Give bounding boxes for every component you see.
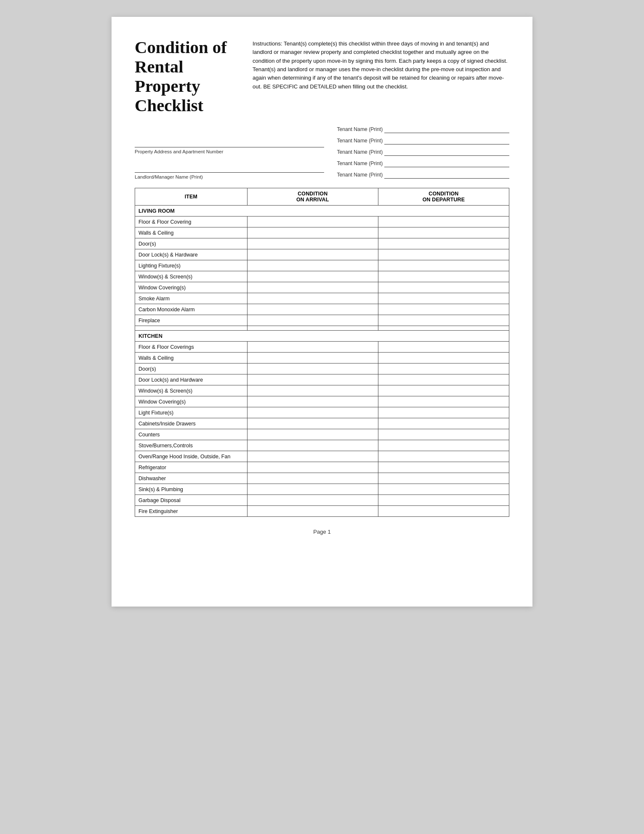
item-name: Window(s) & Screen(s) bbox=[135, 385, 247, 396]
condition-arrival[interactable] bbox=[247, 282, 378, 293]
table-row: Floor & Floor Covering bbox=[135, 217, 509, 227]
condition-departure[interactable] bbox=[378, 342, 509, 353]
condition-departure[interactable] bbox=[378, 429, 509, 440]
condition-departure[interactable] bbox=[378, 484, 509, 495]
condition-departure[interactable] bbox=[378, 451, 509, 462]
condition-arrival[interactable] bbox=[247, 364, 378, 374]
condition-arrival[interactable] bbox=[247, 418, 378, 429]
condition-departure[interactable] bbox=[378, 353, 509, 364]
condition-arrival[interactable] bbox=[247, 293, 378, 304]
condition-departure[interactable] bbox=[378, 506, 509, 517]
property-address-label: Property Address and Apartment Number bbox=[135, 149, 324, 154]
table-row: Walls & Ceiling bbox=[135, 227, 509, 238]
table-row: Door(s) bbox=[135, 238, 509, 249]
condition-departure[interactable] bbox=[378, 217, 509, 227]
condition-departure[interactable] bbox=[378, 293, 509, 304]
table-row: Smoke Alarm bbox=[135, 293, 509, 304]
condition-arrival[interactable] bbox=[247, 495, 378, 506]
table-row: Refrigerator bbox=[135, 462, 509, 473]
condition-arrival[interactable] bbox=[247, 260, 378, 271]
condition-arrival[interactable] bbox=[247, 249, 378, 260]
item-name: Cabinets/Inside Drawers bbox=[135, 418, 247, 429]
section-name-1: KITCHEN bbox=[135, 331, 509, 342]
condition-arrival[interactable] bbox=[247, 407, 378, 418]
item-name: Door(s) bbox=[135, 364, 247, 374]
item-name: Walls & Ceiling bbox=[135, 353, 247, 364]
condition-arrival[interactable] bbox=[247, 353, 378, 364]
condition-arrival[interactable] bbox=[247, 385, 378, 396]
condition-departure[interactable] bbox=[378, 282, 509, 293]
tenant-label-4: Tenant Name (Print) bbox=[337, 160, 383, 166]
col-item-header: ITEM bbox=[135, 188, 247, 206]
condition-arrival[interactable] bbox=[247, 342, 378, 353]
condition-arrival[interactable] bbox=[247, 304, 378, 315]
col-departure-header: CONDITION ON DEPARTURE bbox=[378, 188, 509, 206]
condition-arrival[interactable] bbox=[247, 429, 378, 440]
condition-departure[interactable] bbox=[378, 260, 509, 271]
condition-departure[interactable] bbox=[378, 418, 509, 429]
instructions-text: Instructions: Tenant(s) complete(s) this… bbox=[253, 40, 509, 91]
condition-arrival[interactable] bbox=[247, 451, 378, 462]
condition-arrival[interactable] bbox=[247, 227, 378, 238]
condition-arrival[interactable] bbox=[247, 506, 378, 517]
condition-arrival[interactable] bbox=[247, 440, 378, 451]
condition-arrival[interactable] bbox=[247, 238, 378, 249]
table-row: Garbage Disposal bbox=[135, 495, 509, 506]
header-section: Condition of Rental Property Checklist I… bbox=[135, 38, 509, 115]
item-name: Floor & Floor Covering bbox=[135, 217, 247, 227]
condition-departure[interactable] bbox=[378, 364, 509, 374]
tenant-field-1: Tenant Name (Print) bbox=[337, 126, 509, 133]
condition-departure[interactable] bbox=[378, 227, 509, 238]
item-name: Sink(s) & Plumbing bbox=[135, 484, 247, 495]
item-name: Fireplace bbox=[135, 315, 247, 326]
right-fields: Tenant Name (Print) Tenant Name (Print) … bbox=[337, 126, 509, 179]
item-name: Door Lock(s) and Hardware bbox=[135, 374, 247, 385]
section-name-0: LIVING ROOM bbox=[135, 206, 509, 217]
condition-departure[interactable] bbox=[378, 271, 509, 282]
condition-departure[interactable] bbox=[378, 304, 509, 315]
condition-arrival[interactable] bbox=[247, 462, 378, 473]
condition-departure[interactable] bbox=[378, 374, 509, 385]
property-address-field: Property Address and Apartment Number bbox=[135, 140, 324, 154]
condition-arrival[interactable] bbox=[247, 217, 378, 227]
checklist-table: ITEM CONDITION ON ARRIVAL CONDITION ON D… bbox=[135, 188, 509, 517]
condition-departure[interactable] bbox=[378, 249, 509, 260]
item-name: Carbon Monoxide Alarm bbox=[135, 304, 247, 315]
table-row: Window(s) & Screen(s) bbox=[135, 271, 509, 282]
condition-departure[interactable] bbox=[378, 315, 509, 326]
condition-departure[interactable] bbox=[378, 495, 509, 506]
condition-arrival[interactable] bbox=[247, 473, 378, 484]
section-header-0: LIVING ROOM bbox=[135, 206, 509, 217]
condition-departure[interactable] bbox=[378, 385, 509, 396]
condition-arrival[interactable] bbox=[247, 484, 378, 495]
table-row: Floor & Floor Coverings bbox=[135, 342, 509, 353]
table-row: Window Covering(s) bbox=[135, 282, 509, 293]
condition-arrival[interactable] bbox=[247, 396, 378, 407]
table-row: Lighting Fixture(s) bbox=[135, 260, 509, 271]
item-name: Lighting Fixture(s) bbox=[135, 260, 247, 271]
section-header-1: KITCHEN bbox=[135, 331, 509, 342]
left-fields: Property Address and Apartment Number La… bbox=[135, 126, 324, 179]
condition-departure[interactable] bbox=[378, 440, 509, 451]
condition-departure[interactable] bbox=[378, 407, 509, 418]
table-row: Door Lock(s) and Hardware bbox=[135, 374, 509, 385]
item-name: Counters bbox=[135, 429, 247, 440]
col-arrival-header: CONDITION ON ARRIVAL bbox=[247, 188, 378, 206]
condition-departure[interactable] bbox=[378, 238, 509, 249]
tenant-field-3: Tenant Name (Print) bbox=[337, 148, 509, 156]
condition-departure[interactable] bbox=[378, 396, 509, 407]
condition-departure[interactable] bbox=[378, 462, 509, 473]
item-name: Window(s) & Screen(s) bbox=[135, 271, 247, 282]
condition-departure[interactable] bbox=[378, 473, 509, 484]
table-row: Walls & Ceiling bbox=[135, 353, 509, 364]
tenant-label-1: Tenant Name (Print) bbox=[337, 126, 383, 132]
item-name: Fire Extinguisher bbox=[135, 506, 247, 517]
condition-arrival[interactable] bbox=[247, 374, 378, 385]
condition-arrival[interactable] bbox=[247, 315, 378, 326]
tenant-field-2: Tenant Name (Print) bbox=[337, 137, 509, 144]
tenant-field-4: Tenant Name (Print) bbox=[337, 160, 509, 167]
page-title: Condition of Rental Property Checklist bbox=[135, 38, 236, 115]
item-name: Walls & Ceiling bbox=[135, 227, 247, 238]
item-name: Garbage Disposal bbox=[135, 495, 247, 506]
condition-arrival[interactable] bbox=[247, 271, 378, 282]
